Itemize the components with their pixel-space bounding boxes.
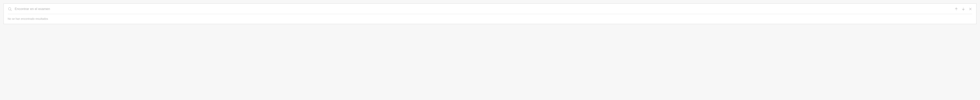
search-icon [8,7,12,11]
next-result-button[interactable] [961,7,965,11]
search-status-text: No se han encontrado resultados [8,14,972,21]
search-row [8,7,972,14]
svg-point-0 [8,8,11,10]
svg-line-1 [11,10,11,11]
search-nav-controls [955,7,972,11]
prev-result-button[interactable] [955,7,958,11]
find-in-exam-panel: No se han encontrado resultados [3,3,977,24]
close-search-button[interactable] [969,7,972,11]
find-input[interactable] [15,7,951,11]
